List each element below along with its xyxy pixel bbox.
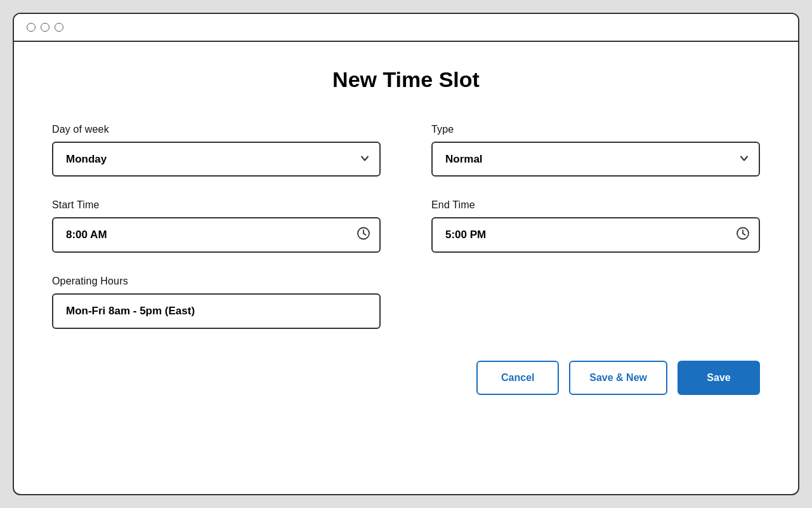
- main-content: New Time Slot Day of week Monday Tuesday…: [14, 42, 798, 494]
- day-of-week-label: Day of week: [52, 124, 381, 135]
- save-new-button[interactable]: Save & New: [569, 361, 667, 395]
- day-of-week-wrapper: Monday Tuesday Wednesday Thursday Friday…: [52, 142, 381, 177]
- traffic-light-1: [27, 23, 36, 32]
- end-time-input[interactable]: [431, 217, 760, 253]
- title-bar: [14, 14, 798, 42]
- operating-hours-input[interactable]: [52, 293, 381, 329]
- button-row: Cancel Save & New Save: [52, 361, 760, 395]
- start-time-wrapper: [52, 217, 381, 253]
- end-time-label: End Time: [431, 199, 760, 211]
- end-time-group: End Time: [431, 199, 760, 253]
- app-window: New Time Slot Day of week Monday Tuesday…: [13, 13, 799, 495]
- start-time-input[interactable]: [52, 217, 381, 253]
- save-button[interactable]: Save: [678, 361, 760, 395]
- cancel-button[interactable]: Cancel: [476, 361, 559, 395]
- day-of-week-group: Day of week Monday Tuesday Wednesday Thu…: [52, 124, 381, 177]
- page-title: New Time Slot: [52, 67, 760, 92]
- operating-hours-group: Operating Hours: [52, 276, 381, 329]
- type-label: Type: [431, 124, 760, 135]
- operating-hours-label: Operating Hours: [52, 276, 381, 287]
- type-wrapper: Normal Special Holiday Emergency: [431, 142, 760, 177]
- traffic-light-2: [41, 23, 49, 32]
- traffic-light-3: [55, 23, 63, 32]
- type-select[interactable]: Normal Special Holiday Emergency: [431, 142, 760, 177]
- form-grid: Day of week Monday Tuesday Wednesday Thu…: [52, 124, 760, 329]
- day-of-week-select[interactable]: Monday Tuesday Wednesday Thursday Friday…: [52, 142, 381, 177]
- start-time-label: Start Time: [52, 199, 381, 211]
- type-group: Type Normal Special Holiday Emergency: [431, 124, 760, 177]
- end-time-wrapper: [431, 217, 760, 253]
- start-time-group: Start Time: [52, 199, 381, 253]
